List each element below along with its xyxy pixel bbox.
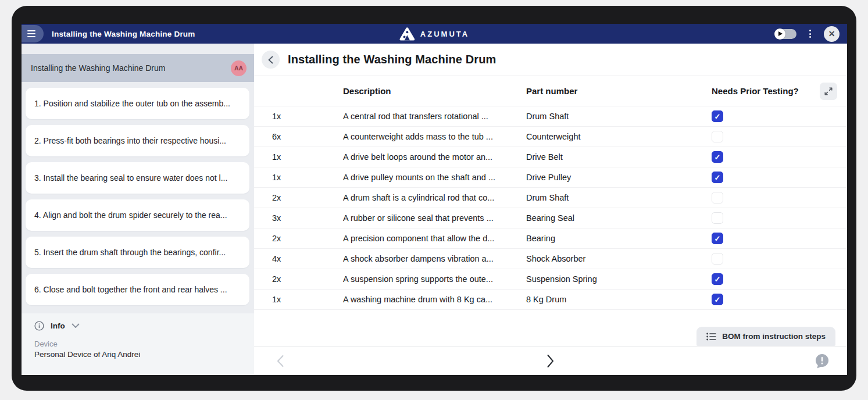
close-button[interactable]: ✕ [824, 26, 840, 42]
sidebar: Installing the Washing Machine Drum AA 1… [22, 44, 254, 375]
sidebar-step-item[interactable]: 3. Install the bearing seal to ensure wa… [26, 162, 249, 194]
qty-cell: 3x [272, 213, 343, 223]
device-value: Personal Device of Ariq Andrei [34, 350, 254, 359]
table-row: 1x A drive pulley mounts on the shaft an… [254, 167, 847, 188]
part-number-cell: Bearing [526, 234, 712, 243]
app-window: Installing the Washing Machine Drum AZUM… [22, 24, 847, 375]
table-row: 6x A counterweight adds mass to the tub … [254, 127, 847, 147]
part-number-cell: Drum Shaft [526, 193, 712, 202]
previous-step-button[interactable] [276, 355, 284, 367]
back-button[interactable] [262, 51, 280, 69]
list-icon [706, 333, 716, 341]
part-number-cell: Shock Absorber [526, 254, 712, 263]
menu-button[interactable] [22, 25, 44, 42]
device-label: Device [34, 340, 254, 348]
chevron-down-icon [72, 323, 80, 328]
navbar-actions: ✕ [775, 26, 847, 42]
main-header: Installing the Washing Machine Drum [254, 44, 847, 76]
playback-toggle[interactable] [775, 29, 796, 39]
table-row: 4x A shock absorber dampens vibration a.… [254, 249, 847, 269]
footer-nav [254, 346, 847, 375]
sidebar-item-active[interactable]: Installing the Washing Machine Drum AA [22, 54, 254, 82]
qty-cell: 2x [272, 274, 343, 284]
bom-from-steps-button[interactable]: BOM from instruction steps [696, 327, 835, 346]
qty-cell: 6x [272, 132, 343, 141]
table-row: 3x A rubber or silicone seal that preven… [254, 208, 847, 228]
page-title: Installing the Washing Machine Drum [288, 53, 496, 66]
sidebar-step-item[interactable]: 4. Align and bolt the drum spider secure… [26, 199, 249, 231]
sidebar-step-item[interactable]: 2. Press-fit both bearings into their re… [26, 125, 249, 156]
brand-name: AZUMUTA [420, 30, 469, 38]
active-item-label: Installing the Washing Machine Drum [31, 63, 231, 73]
prior-testing-checkbox[interactable] [712, 294, 723, 305]
part-number-cell: Drum Shaft [526, 112, 712, 121]
part-number-column-header: Part number [526, 86, 712, 96]
table-row: 2x A suspension spring supports the oute… [254, 269, 847, 290]
description-cell: A washing machine drum with 8 Kg ca... [343, 295, 526, 304]
table-row: 1x A drive belt loops around the motor a… [254, 147, 847, 167]
prior-testing-checkbox[interactable] [712, 110, 723, 122]
qty-cell: 1x [272, 295, 343, 304]
qty-cell: 4x [272, 254, 343, 263]
prior-testing-checkbox[interactable] [712, 192, 723, 203]
prior-testing-checkbox[interactable] [712, 233, 723, 244]
part-number-cell: Drive Pulley [526, 173, 712, 182]
prior-testing-checkbox[interactable] [712, 172, 723, 183]
part-number-cell: Bearing Seal [526, 213, 712, 223]
qty-cell: 1x [272, 112, 343, 121]
qty-cell: 1x [272, 152, 343, 162]
info-toggle[interactable]: Info [34, 321, 254, 331]
part-number-cell: 8 Kg Drum [526, 295, 712, 304]
step-label: 5. Insert the drum shaft through the bea… [34, 248, 226, 257]
azumuta-logo [399, 27, 415, 41]
close-icon: ✕ [828, 29, 835, 38]
prior-testing-checkbox[interactable] [712, 151, 723, 163]
table-area: Description Part number Needs Prior Test… [254, 76, 847, 346]
kebab-menu-icon[interactable] [808, 28, 813, 40]
description-cell: A counterweight adds mass to the tub ... [343, 132, 526, 141]
prior-testing-checkbox[interactable] [712, 253, 723, 265]
qty-cell: 2x [272, 234, 343, 243]
description-cell: A rubber or silicone seal that prevents … [343, 213, 526, 223]
top-navbar: Installing the Washing Machine Drum AZUM… [22, 24, 847, 44]
next-step-button[interactable] [546, 354, 555, 368]
step-label: 4. Align and bolt the drum spider secure… [34, 210, 227, 220]
step-label: 1. Position and stabilize the outer tub … [34, 99, 230, 108]
table-header: Description Part number Needs Prior Test… [254, 76, 847, 106]
sidebar-step-item[interactable]: 1. Position and stabilize the outer tub … [26, 88, 249, 119]
qty-cell: 2x [272, 193, 343, 202]
table-row: 2x A drum shaft is a cylindrical rod tha… [254, 188, 847, 208]
navbar-title: Installing the Washing Machine Drum [52, 30, 195, 38]
prior-testing-checkbox[interactable] [712, 212, 723, 224]
part-number-cell: Suspension Spring [526, 274, 712, 284]
description-cell: A drum shaft is a cylindrical rod that c… [343, 193, 526, 202]
hamburger-icon [27, 30, 35, 37]
prior-testing-checkbox[interactable] [712, 273, 723, 285]
step-label: 2. Press-fit both bearings into their re… [34, 136, 226, 145]
bom-button-label: BOM from instruction steps [722, 332, 826, 341]
alert-bubble-icon[interactable] [815, 353, 830, 369]
description-column-header: Description [343, 86, 526, 96]
avatar: AA [231, 60, 247, 76]
info-label: Info [51, 322, 65, 330]
part-number-cell: Counterweight [526, 132, 712, 141]
table-row: 2x A precision component that allow the … [254, 228, 847, 249]
sidebar-step-item[interactable]: 5. Insert the drum shaft through the bea… [26, 237, 249, 268]
description-cell: A precision component that allow the d..… [343, 234, 526, 243]
prior-testing-checkbox[interactable] [712, 131, 723, 142]
step-label: 3. Install the bearing seal to ensure wa… [34, 173, 227, 183]
step-label: 6. Close and bolt together the front and… [34, 285, 227, 294]
description-cell: A drive belt loops around the motor an..… [343, 152, 526, 162]
part-number-cell: Drive Belt [526, 152, 712, 162]
table-row: 1x A washing machine drum with 8 Kg ca..… [254, 290, 847, 310]
description-cell: A suspension spring supports the oute... [343, 274, 526, 284]
expand-table-button[interactable] [820, 83, 837, 100]
expand-arrows-icon [824, 87, 833, 95]
description-cell: A drive pulley mounts on the shaft and .… [343, 173, 526, 182]
info-circle-icon [34, 321, 44, 331]
description-cell: A shock absorber dampens vibration a... [343, 254, 526, 263]
qty-cell: 1x [272, 173, 343, 182]
chevron-left-icon [267, 56, 274, 64]
description-cell: A central rod that transfers rotational … [343, 112, 526, 121]
sidebar-step-item[interactable]: 6. Close and bolt together the front and… [26, 274, 249, 305]
